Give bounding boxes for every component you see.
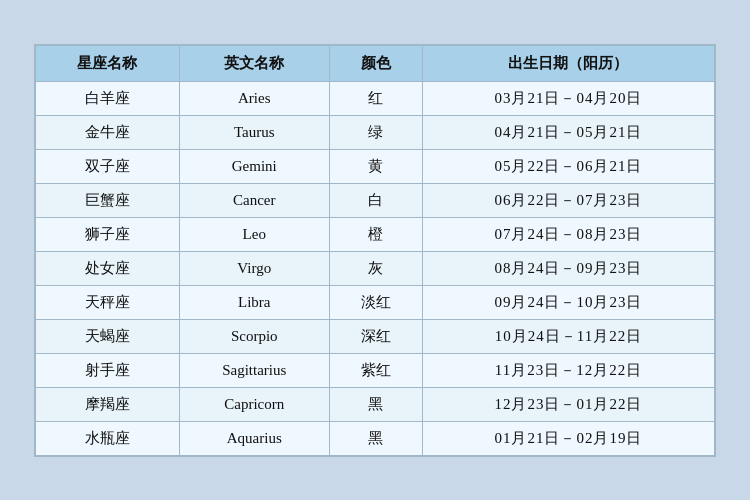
zodiac-table: 星座名称 英文名称 颜色 出生日期（阳历） 白羊座Aries红03月21日－04… [35, 45, 715, 456]
cell-english: Cancer [179, 183, 330, 217]
cell-dates: 11月23日－12月22日 [422, 353, 714, 387]
table-header-row: 星座名称 英文名称 颜色 出生日期（阳历） [36, 45, 715, 81]
cell-chinese: 处女座 [36, 251, 180, 285]
table-row: 天秤座Libra淡红09月24日－10月23日 [36, 285, 715, 319]
table-row: 射手座Sagittarius紫红11月23日－12月22日 [36, 353, 715, 387]
cell-color: 红 [330, 81, 423, 115]
cell-color: 橙 [330, 217, 423, 251]
table-row: 摩羯座Capricorn黑12月23日－01月22日 [36, 387, 715, 421]
cell-dates: 08月24日－09月23日 [422, 251, 714, 285]
cell-english: Gemini [179, 149, 330, 183]
table-row: 白羊座Aries红03月21日－04月20日 [36, 81, 715, 115]
cell-english: Scorpio [179, 319, 330, 353]
cell-english: Leo [179, 217, 330, 251]
cell-color: 淡红 [330, 285, 423, 319]
table-row: 天蝎座Scorpio深红10月24日－11月22日 [36, 319, 715, 353]
cell-english: Aquarius [179, 421, 330, 455]
cell-color: 绿 [330, 115, 423, 149]
table-row: 双子座Gemini黄05月22日－06月21日 [36, 149, 715, 183]
cell-dates: 04月21日－05月21日 [422, 115, 714, 149]
table-row: 狮子座Leo橙07月24日－08月23日 [36, 217, 715, 251]
cell-color: 黑 [330, 387, 423, 421]
cell-english: Libra [179, 285, 330, 319]
cell-chinese: 双子座 [36, 149, 180, 183]
cell-dates: 05月22日－06月21日 [422, 149, 714, 183]
table-row: 水瓶座Aquarius黑01月21日－02月19日 [36, 421, 715, 455]
col-header-english: 英文名称 [179, 45, 330, 81]
cell-chinese: 摩羯座 [36, 387, 180, 421]
cell-chinese: 射手座 [36, 353, 180, 387]
col-header-dates: 出生日期（阳历） [422, 45, 714, 81]
cell-chinese: 天蝎座 [36, 319, 180, 353]
cell-chinese: 巨蟹座 [36, 183, 180, 217]
col-header-color: 颜色 [330, 45, 423, 81]
cell-english: Sagittarius [179, 353, 330, 387]
cell-color: 深红 [330, 319, 423, 353]
cell-chinese: 金牛座 [36, 115, 180, 149]
cell-dates: 12月23日－01月22日 [422, 387, 714, 421]
cell-dates: 09月24日－10月23日 [422, 285, 714, 319]
table-row: 巨蟹座Cancer白06月22日－07月23日 [36, 183, 715, 217]
cell-color: 黑 [330, 421, 423, 455]
cell-english: Capricorn [179, 387, 330, 421]
cell-chinese: 狮子座 [36, 217, 180, 251]
cell-dates: 01月21日－02月19日 [422, 421, 714, 455]
zodiac-table-container: 星座名称 英文名称 颜色 出生日期（阳历） 白羊座Aries红03月21日－04… [34, 44, 716, 457]
table-body: 白羊座Aries红03月21日－04月20日金牛座Taurus绿04月21日－0… [36, 81, 715, 455]
cell-dates: 10月24日－11月22日 [422, 319, 714, 353]
table-row: 金牛座Taurus绿04月21日－05月21日 [36, 115, 715, 149]
cell-dates: 06月22日－07月23日 [422, 183, 714, 217]
table-row: 处女座Virgo灰08月24日－09月23日 [36, 251, 715, 285]
cell-color: 白 [330, 183, 423, 217]
cell-dates: 03月21日－04月20日 [422, 81, 714, 115]
cell-dates: 07月24日－08月23日 [422, 217, 714, 251]
cell-color: 紫红 [330, 353, 423, 387]
cell-chinese: 水瓶座 [36, 421, 180, 455]
cell-english: Aries [179, 81, 330, 115]
cell-chinese: 天秤座 [36, 285, 180, 319]
cell-english: Taurus [179, 115, 330, 149]
cell-color: 黄 [330, 149, 423, 183]
col-header-chinese: 星座名称 [36, 45, 180, 81]
cell-chinese: 白羊座 [36, 81, 180, 115]
cell-english: Virgo [179, 251, 330, 285]
cell-color: 灰 [330, 251, 423, 285]
